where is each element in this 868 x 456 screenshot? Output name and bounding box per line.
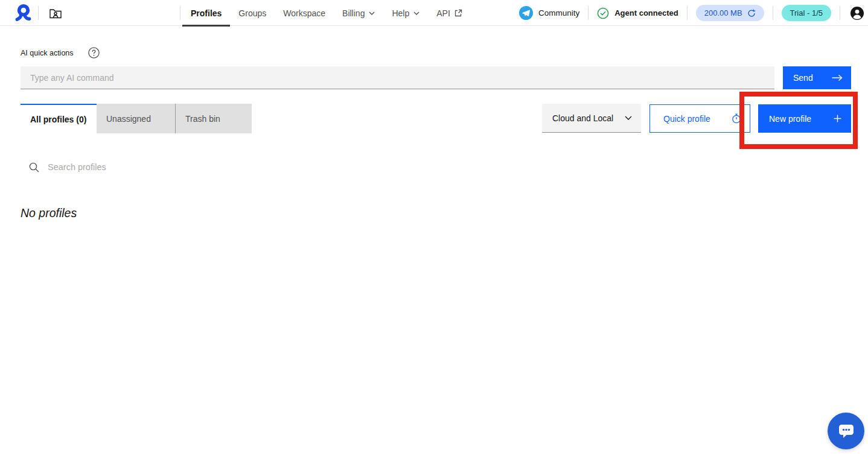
chevron-down-icon — [369, 11, 375, 15]
profile-type-filter-dropdown[interactable]: Cloud and Local — [542, 104, 641, 133]
header-divider — [588, 6, 589, 20]
header-divider — [687, 6, 688, 20]
traffic-balance-pill[interactable]: 200.00 MB — [696, 5, 764, 21]
search-profiles-input[interactable] — [48, 158, 265, 176]
octo-logo-icon[interactable] — [13, 3, 33, 23]
header-divider — [38, 6, 39, 20]
header-right-cluster: Community Agent connected 200.00 MB — [519, 0, 864, 26]
ai-command-input[interactable] — [21, 66, 774, 89]
plus-icon — [834, 115, 841, 122]
nav-menu-billing[interactable]: Billing — [334, 0, 383, 26]
chat-bubble-icon — [838, 423, 855, 439]
account-avatar-icon[interactable] — [850, 6, 864, 21]
chevron-down-icon — [625, 116, 632, 120]
chevron-down-icon — [413, 11, 420, 15]
empty-state-message: No profiles — [21, 206, 77, 220]
main-nav: Profiles Groups Workspace Billing Help A… — [182, 0, 471, 26]
nav-label: Profiles — [191, 8, 222, 18]
ai-quick-actions-row: AI quick actions — [21, 47, 100, 59]
nav-tab-groups[interactable]: Groups — [230, 0, 275, 26]
app-window: Profiles Groups Workspace Billing Help A… — [0, 0, 868, 456]
tab-label: All profiles (0) — [30, 115, 86, 124]
community-link[interactable]: Community — [519, 6, 579, 20]
arrow-right-icon — [832, 74, 843, 81]
quick-profile-label: Quick profile — [663, 114, 710, 124]
new-profile-label: New profile — [769, 114, 811, 124]
send-button[interactable]: Send — [783, 66, 851, 89]
filter-selected-value: Cloud and Local — [552, 113, 613, 123]
nav-label: Billing — [342, 8, 365, 18]
send-button-label: Send — [793, 73, 813, 83]
new-profile-button[interactable]: New profile — [758, 104, 851, 133]
nav-tab-workspace[interactable]: Workspace — [275, 0, 334, 26]
check-circle-icon — [597, 7, 609, 19]
header-divider — [840, 6, 840, 20]
nav-link-api[interactable]: API — [428, 0, 471, 26]
tab-label: Trash bin — [185, 114, 220, 124]
header-divider — [773, 6, 773, 20]
nav-label: Groups — [238, 8, 266, 18]
refresh-icon[interactable] — [747, 9, 756, 17]
header-divider — [180, 6, 180, 20]
support-chat-button[interactable] — [828, 413, 864, 449]
ai-quick-actions-label: AI quick actions — [21, 49, 74, 57]
nav-menu-help[interactable]: Help — [383, 0, 428, 26]
tab-all-profiles[interactable]: All profiles (0) — [21, 104, 97, 133]
trial-plan-pill[interactable]: Trial - 1/5 — [782, 5, 831, 21]
tab-label: Unassigned — [106, 114, 151, 124]
search-icon — [29, 162, 39, 173]
community-label: Community — [538, 8, 579, 17]
help-tooltip-icon[interactable] — [88, 47, 100, 59]
folder-profiles-icon[interactable] — [48, 6, 63, 21]
tab-trash-bin[interactable]: Trash bin — [175, 104, 252, 133]
telegram-icon — [519, 6, 533, 20]
traffic-balance-value: 200.00 MB — [704, 8, 742, 17]
agent-status: Agent connected — [597, 7, 678, 19]
stopwatch-icon — [732, 113, 741, 124]
nav-label: Help — [392, 8, 409, 18]
tab-unassigned[interactable]: Unassigned — [97, 104, 175, 133]
nav-label: Workspace — [283, 8, 325, 18]
quick-profile-button[interactable]: Quick profile — [649, 104, 750, 133]
trial-plan-label: Trial - 1/5 — [790, 8, 823, 17]
external-link-icon — [455, 9, 462, 17]
nav-tab-profiles[interactable]: Profiles — [182, 0, 230, 26]
top-navbar: Profiles Groups Workspace Billing Help A… — [0, 0, 868, 26]
agent-status-label: Agent connected — [614, 8, 678, 17]
nav-label: API — [436, 8, 450, 18]
profile-search-row — [29, 158, 265, 176]
